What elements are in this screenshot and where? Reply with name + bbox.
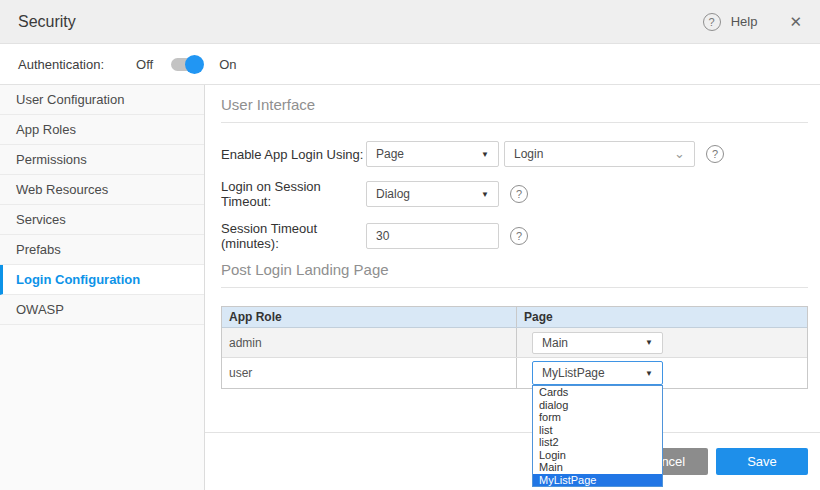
sidebar-item-prefabs[interactable]: Prefabs: [0, 235, 204, 265]
dropdown-option-mylistpage[interactable]: MyListPage: [533, 474, 662, 487]
column-header-app-role: App Role: [222, 307, 517, 327]
chevron-down-icon: ⌄: [674, 149, 685, 159]
enable-app-login-label: Enable App Login Using:: [221, 147, 366, 162]
authentication-label: Authentication:: [18, 57, 104, 72]
dialog-header: Security ? Help ✕: [0, 0, 820, 44]
authentication-toggle[interactable]: [171, 58, 201, 71]
enable-app-login-type-select[interactable]: Page ▼: [366, 141, 499, 167]
select-value: Main: [542, 336, 568, 350]
session-timeout-label: Session Timeout (minutes):: [221, 221, 366, 251]
page-title: Security: [18, 13, 703, 31]
session-timeout-input[interactable]: [366, 223, 499, 249]
security-dialog: Security ? Help ✕ Authentication: Off On…: [0, 0, 820, 490]
user-page-select[interactable]: MyListPage ▼: [532, 361, 663, 385]
app-role-cell: user: [222, 358, 517, 388]
page-select-dropdown: Cards dialog form list list2 Login Main …: [532, 385, 663, 487]
dropdown-option-form[interactable]: form: [533, 411, 662, 424]
table-row-user: user MyListPage ▼ Cards dialog form: [222, 358, 807, 388]
login-on-session-timeout-label: Login on Session Timeout:: [221, 179, 366, 209]
landing-page-table: App Role Page admin Main ▼: [221, 306, 808, 389]
page-cell: MyListPage ▼ Cards dialog form list list…: [517, 358, 807, 388]
field-session-timeout: Session Timeout (minutes): ?: [221, 221, 808, 251]
sidebar-item-permissions[interactable]: Permissions: [0, 145, 204, 175]
save-button[interactable]: Save: [716, 448, 808, 475]
settings-sidebar: User Configuration App Roles Permissions…: [0, 85, 205, 490]
dropdown-option-list[interactable]: list: [533, 424, 662, 437]
sidebar-item-web-resources[interactable]: Web Resources: [0, 175, 204, 205]
field-login-on-session-timeout: Login on Session Timeout: Dialog ▼ ?: [221, 179, 808, 209]
dropdown-option-main[interactable]: Main: [533, 461, 662, 474]
sidebar-item-app-roles[interactable]: App Roles: [0, 115, 204, 145]
toggle-on-label: On: [219, 57, 236, 72]
select-value: Login: [514, 147, 543, 161]
dropdown-option-dialog[interactable]: dialog: [533, 399, 662, 412]
help-icon[interactable]: ?: [510, 185, 528, 203]
admin-page-select[interactable]: Main ▼: [532, 332, 663, 354]
select-value: Page: [376, 147, 404, 161]
dropdown-option-list2[interactable]: list2: [533, 436, 662, 449]
caret-down-icon: ▼: [645, 369, 653, 378]
section-title-user-interface: User Interface: [221, 96, 808, 123]
toggle-off-label: Off: [136, 57, 153, 72]
section-title-post-login-landing-page: Post Login Landing Page: [221, 261, 808, 288]
sidebar-item-login-configuration[interactable]: Login Configuration: [0, 265, 204, 295]
table-header-row: App Role Page: [222, 307, 807, 328]
authentication-bar: Authentication: Off On: [0, 44, 820, 85]
column-header-page: Page: [517, 307, 807, 327]
caret-down-icon: ▼: [481, 190, 489, 199]
help-icon[interactable]: ?: [703, 13, 721, 31]
select-value: MyListPage: [542, 366, 605, 380]
help-link[interactable]: Help: [731, 14, 758, 29]
login-configuration-panel: User Interface Enable App Login Using: P…: [205, 85, 820, 490]
page-cell: Main ▼: [517, 328, 807, 357]
table-row-admin: admin Main ▼: [222, 328, 807, 358]
help-icon[interactable]: ?: [706, 145, 724, 163]
select-value: Dialog: [376, 187, 410, 201]
enable-app-login-page-select[interactable]: Login ⌄: [504, 141, 695, 167]
field-enable-app-login: Enable App Login Using: Page ▼ Login ⌄ ?: [221, 141, 808, 167]
login-on-session-timeout-select[interactable]: Dialog ▼: [366, 181, 499, 207]
help-icon[interactable]: ?: [510, 227, 528, 245]
dialog-footer: Cancel Save: [205, 432, 820, 490]
app-role-cell: admin: [222, 328, 517, 357]
caret-down-icon: ▼: [645, 338, 653, 347]
caret-down-icon: ▼: [481, 150, 489, 159]
sidebar-item-user-configuration[interactable]: User Configuration: [0, 85, 204, 115]
dropdown-option-cards[interactable]: Cards: [533, 386, 662, 399]
sidebar-item-owasp[interactable]: OWASP: [0, 295, 204, 325]
toggle-knob: [185, 55, 204, 74]
sidebar-item-services[interactable]: Services: [0, 205, 204, 235]
close-icon[interactable]: ✕: [789, 13, 802, 31]
dropdown-option-login[interactable]: Login: [533, 449, 662, 462]
